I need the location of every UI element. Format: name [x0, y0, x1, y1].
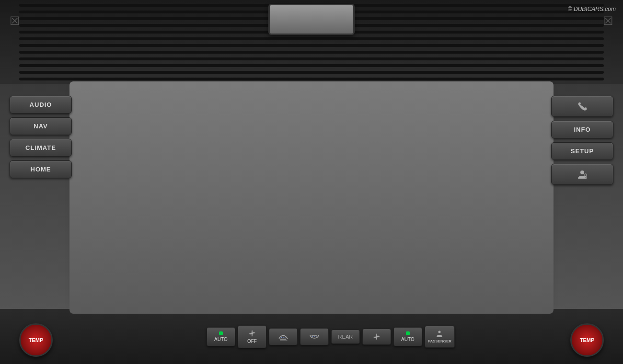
left-x-mark: ☒: [10, 14, 20, 28]
vent-area: ☒ ☒: [0, 0, 623, 84]
auto-right-button[interactable]: AUTO: [393, 327, 422, 346]
right-x-mark: ☒: [603, 14, 613, 28]
left-side-panel: AUDIO NAV CLIMATE HOME: [10, 96, 72, 178]
svg-point-2: [580, 171, 584, 174]
screen-frame: [69, 81, 554, 314]
rear-defrost-button[interactable]: [300, 328, 329, 345]
nav-button[interactable]: NAV: [10, 117, 72, 135]
right-side-panel: INFO SETUP: [551, 96, 613, 185]
auto-right-indicator: [406, 331, 410, 335]
fan-off-button[interactable]: OFF: [238, 325, 266, 348]
audio-button[interactable]: AUDIO: [10, 96, 72, 114]
top-toggle[interactable]: [268, 4, 355, 35]
fan-icon-button[interactable]: [362, 329, 391, 345]
auto-left-indicator: [219, 331, 223, 335]
phone-button[interactable]: [551, 96, 613, 117]
auto-left-button[interactable]: AUTO: [207, 327, 235, 346]
home-button[interactable]: HOME: [10, 160, 72, 178]
front-defrost-button[interactable]: [269, 328, 298, 345]
info-button[interactable]: INFO: [551, 121, 613, 138]
svg-point-7: [438, 330, 441, 333]
passenger-person-button[interactable]: PASSENGER: [425, 326, 455, 348]
right-temp-knob[interactable]: TEMP: [570, 323, 604, 357]
watermark: © DUBICARS.com: [568, 6, 616, 12]
left-temp-knob[interactable]: TEMP: [19, 323, 53, 357]
climate-controls: AUTO OFF: [207, 325, 455, 348]
setup-button[interactable]: SETUP: [551, 142, 613, 160]
person-button[interactable]: [551, 164, 613, 185]
rear-button[interactable]: REAR: [331, 330, 360, 344]
climate-button[interactable]: CLIMATE: [10, 139, 72, 157]
bottom-controls: TEMP AUTO OFF: [0, 309, 623, 364]
car-interior: © DUBICARS.com: [0, 0, 623, 364]
svg-rect-4: [585, 176, 586, 177]
